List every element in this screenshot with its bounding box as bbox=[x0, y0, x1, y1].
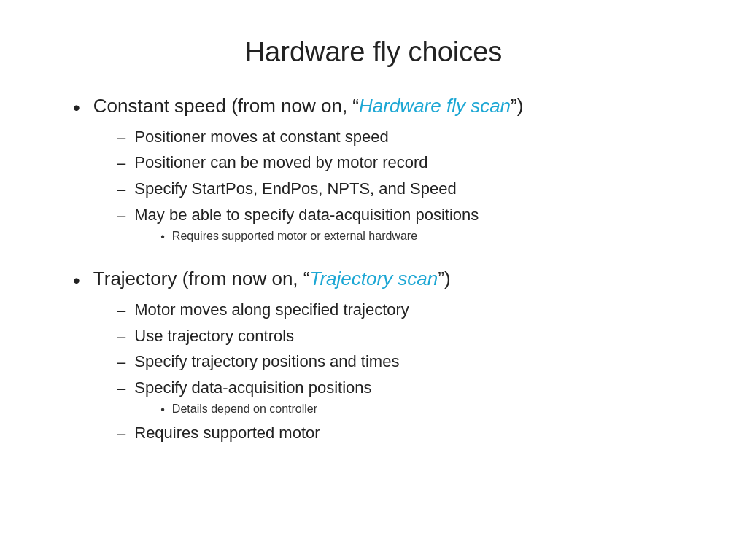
main-bullet-2: • Trajectory (from now on, “Trajectory s… bbox=[73, 267, 703, 293]
main-bullet-1-before: Constant speed (from now on, “ bbox=[93, 95, 359, 117]
slide: Hardware fly choices • Constant speed (f… bbox=[0, 0, 747, 560]
sub-item-1-4-text: May be able to specify data-acquisition … bbox=[134, 206, 479, 224]
sub-item-2-2: – Use trajectory controls bbox=[117, 325, 703, 349]
bullet-section-trajectory: • Trajectory (from now on, “Trajectory s… bbox=[73, 267, 703, 446]
main-bullet-1-text: Constant speed (from now on, “Hardware f… bbox=[93, 94, 524, 119]
sub-item-2-4-text: Specify data-acquisition positions bbox=[134, 378, 371, 397]
dash-2-3: – bbox=[117, 351, 125, 374]
sub-sub-list-2-4: • Details depend on controller bbox=[160, 401, 371, 418]
dash-2-5: – bbox=[117, 423, 125, 446]
sub-sub-item-1-4-1: • Requires supported motor or external h… bbox=[160, 228, 479, 245]
main-bullet-2-after: ”) bbox=[438, 268, 450, 289]
sub-item-2-5: – Requires supported motor bbox=[117, 422, 703, 446]
sub-item-1-4: – May be able to specify data-acquisitio… bbox=[117, 204, 703, 246]
bullet-section-constant-speed: • Constant speed (from now on, “Hardware… bbox=[73, 94, 703, 246]
sub-item-1-1: – Positioner moves at constant speed bbox=[117, 126, 703, 149]
sub-item-2-1-text: Motor moves along specified trajectory bbox=[134, 299, 409, 322]
sub-list-1: – Positioner moves at constant speed – P… bbox=[117, 126, 703, 247]
slide-content: • Constant speed (from now on, “Hardware… bbox=[44, 94, 703, 531]
main-bullet-2-before: Trajectory (from now on, “ bbox=[93, 268, 310, 289]
sub-item-2-2-text: Use trajectory controls bbox=[134, 325, 294, 348]
main-bullet-2-accent: Trajectory scan bbox=[309, 268, 438, 289]
main-bullet-2-text: Trajectory (from now on, “Trajectory sca… bbox=[93, 267, 451, 292]
sub-sub-item-2-4-1-text: Details depend on controller bbox=[172, 401, 317, 417]
small-dot-2-4-1: • bbox=[160, 402, 165, 418]
slide-title: Hardware fly choices bbox=[44, 36, 703, 68]
dash-1-1: – bbox=[117, 127, 125, 149]
dash-1-2: – bbox=[117, 152, 125, 175]
dash-2-2: – bbox=[117, 326, 125, 349]
dash-2-1: – bbox=[117, 300, 125, 322]
dash-1-4: – bbox=[117, 205, 125, 228]
dash-2-4: – bbox=[117, 378, 125, 400]
sub-item-1-2-text: Positioner can be moved by motor record bbox=[134, 152, 427, 174]
sub-item-2-3-text: Specify trajectory positions and times bbox=[134, 351, 399, 373]
sub-item-2-1: – Motor moves along specified trajectory bbox=[117, 299, 703, 322]
sub-item-2-5-text: Requires supported motor bbox=[134, 422, 320, 445]
sub-item-2-4: – Specify data-acquisition positions • D… bbox=[117, 377, 703, 419]
sub-item-2-3: – Specify trajectory positions and times bbox=[117, 351, 703, 374]
bullet-dot-2: • bbox=[73, 268, 80, 293]
sub-sub-list-1-4: • Requires supported motor or external h… bbox=[160, 228, 479, 245]
small-dot-1-4-1: • bbox=[160, 229, 165, 245]
sub-list-2: – Motor moves along specified trajectory… bbox=[117, 299, 703, 446]
main-bullet-1-after: ”) bbox=[511, 95, 523, 117]
sub-item-1-1-text: Positioner moves at constant speed bbox=[134, 126, 389, 149]
dash-1-3: – bbox=[117, 179, 125, 201]
main-bullet-1: • Constant speed (from now on, “Hardware… bbox=[73, 94, 703, 120]
sub-sub-item-1-4-1-text: Requires supported motor or external har… bbox=[172, 228, 417, 244]
sub-sub-item-2-4-1: • Details depend on controller bbox=[160, 401, 371, 418]
main-bullet-1-accent: Hardware fly scan bbox=[359, 95, 511, 117]
sub-item-1-3-text: Specify StartPos, EndPos, NPTS, and Spee… bbox=[134, 178, 456, 201]
bullet-dot-1: • bbox=[73, 96, 80, 120]
sub-item-1-3: – Specify StartPos, EndPos, NPTS, and Sp… bbox=[117, 178, 703, 201]
sub-item-1-2: – Positioner can be moved by motor recor… bbox=[117, 152, 703, 175]
